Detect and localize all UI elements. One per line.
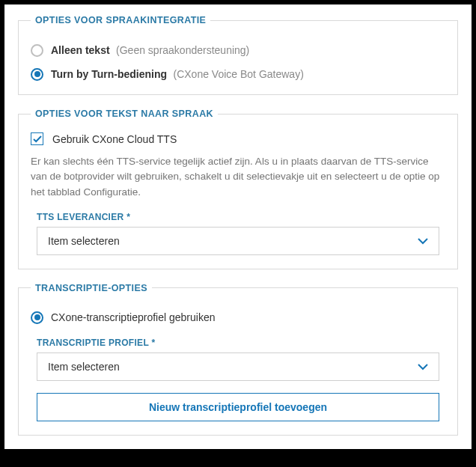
- transcription-fieldset: TRANSCRIPTIE-OPTIES CXone-transcriptiepr…: [18, 283, 458, 436]
- transcription-profile-value: Item selecteren: [48, 361, 120, 373]
- voice-option-hint: (Geen spraakondersteuning): [116, 44, 249, 56]
- transcription-profile-select[interactable]: Item selecteren: [37, 352, 439, 381]
- tts-provider-value: Item selecteren: [48, 235, 120, 247]
- radio-icon: [31, 311, 43, 324]
- radio-icon: [31, 68, 43, 81]
- tts-fieldset: OPTIES VOOR TEKST NAAR SPRAAK Gebruik CX…: [18, 109, 458, 269]
- voice-option-label: Turn by Turn-bediening: [51, 68, 167, 80]
- tts-checkbox-label: Gebruik CXone Cloud TTS: [52, 133, 177, 145]
- tts-checkbox-row[interactable]: Gebruik CXone Cloud TTS: [31, 132, 445, 145]
- voice-option-hint: (CXone Voice Bot Gateway): [173, 68, 303, 80]
- settings-panel: OPTIES VOOR SPRAAKINTEGRATIE Alleen teks…: [4, 4, 472, 449]
- voice-integration-legend: OPTIES VOOR SPRAAKINTEGRATIE: [31, 15, 210, 25]
- checkbox-icon: [31, 132, 43, 145]
- tts-provider-label: TTS LEVERANCIER *: [37, 212, 445, 222]
- voice-option-label: Alleen tekst: [51, 44, 110, 56]
- tts-legend: OPTIES VOOR TEKST NAAR SPRAAK: [31, 109, 218, 119]
- tts-description: Er kan slechts één TTS-service tegelijk …: [31, 154, 445, 200]
- transcription-option-cxone[interactable]: CXone-transcriptieprofiel gebruiken: [31, 311, 445, 324]
- add-button-label: Nieuw transcriptieprofiel toevoegen: [149, 401, 327, 413]
- radio-icon: [31, 44, 43, 57]
- transcription-profile-label: TRANSCRIPTIE PROFIEL *: [37, 338, 445, 348]
- chevron-down-icon: [418, 361, 428, 373]
- transcription-option-label: CXone-transcriptieprofiel gebruiken: [51, 311, 215, 323]
- voice-option-text-only[interactable]: Alleen tekst (Geen spraakondersteuning): [31, 43, 445, 57]
- transcription-legend: TRANSCRIPTIE-OPTIES: [31, 283, 152, 293]
- chevron-down-icon: [418, 235, 428, 247]
- add-transcription-profile-button[interactable]: Nieuw transcriptieprofiel toevoegen: [37, 393, 439, 421]
- voice-integration-fieldset: OPTIES VOOR SPRAAKINTEGRATIE Alleen teks…: [18, 15, 458, 95]
- voice-option-turn-by-turn[interactable]: Turn by Turn-bediening (CXone Voice Bot …: [31, 67, 445, 81]
- tts-provider-select[interactable]: Item selecteren: [37, 227, 439, 255]
